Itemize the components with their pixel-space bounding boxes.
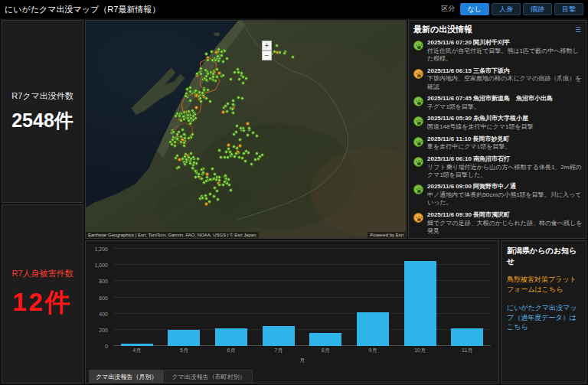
- bear-marker[interactable]: [283, 51, 286, 55]
- bear-marker[interactable]: [181, 128, 185, 132]
- bear-marker[interactable]: [240, 96, 244, 100]
- bear-marker[interactable]: [251, 131, 255, 135]
- bear-marker[interactable]: [184, 94, 188, 98]
- bear-marker[interactable]: [216, 197, 220, 201]
- bear-marker[interactable]: [217, 183, 221, 187]
- bear-marker[interactable]: [225, 109, 229, 113]
- bear-marker[interactable]: [278, 51, 282, 54]
- bear-marker[interactable]: [207, 200, 211, 204]
- filter-button-痕跡[interactable]: 痕跡: [523, 3, 552, 16]
- bear-marker[interactable]: [173, 144, 177, 148]
- bear-marker[interactable]: [206, 88, 210, 92]
- bear-marker[interactable]: [255, 134, 259, 138]
- bear-marker[interactable]: [178, 158, 181, 162]
- bear-marker[interactable]: [178, 114, 181, 118]
- tab-by-municipality[interactable]: クマ出没報告（市町村別）: [165, 370, 252, 383]
- bear-marker[interactable]: [175, 137, 179, 141]
- bear-marker[interactable]: [183, 136, 187, 140]
- bear-marker[interactable]: [229, 77, 233, 81]
- bear-marker[interactable]: [253, 158, 257, 162]
- bear-marker[interactable]: [201, 171, 205, 175]
- alert-item[interactable]: 2025/11/6 06:15 三条市下坂内下坂内地内、空家敷地の柿の木にクマの…: [413, 66, 583, 94]
- bear-marker[interactable]: [221, 110, 225, 114]
- bar-5月[interactable]: [168, 330, 200, 346]
- bear-marker[interactable]: [191, 132, 194, 136]
- bear-marker[interactable]: [194, 93, 198, 97]
- bear-marker[interactable]: [291, 55, 295, 59]
- alert-item[interactable]: 2025/11/6 07:45 魚沼市新道島 魚沼市小出島子グマ1頭を目撃。: [413, 93, 583, 113]
- bear-marker[interactable]: [205, 172, 209, 176]
- bear-marker[interactable]: [241, 81, 245, 85]
- bear-marker[interactable]: [231, 111, 235, 115]
- bear-marker[interactable]: [227, 143, 230, 147]
- bear-marker[interactable]: [219, 155, 223, 159]
- bear-marker[interactable]: [175, 132, 179, 136]
- bear-marker[interactable]: [177, 165, 181, 169]
- bear-marker[interactable]: [213, 186, 217, 190]
- bear-marker[interactable]: [233, 70, 237, 74]
- bear-marker[interactable]: [208, 100, 212, 103]
- bar-7月[interactable]: [263, 326, 295, 346]
- bear-marker[interactable]: [204, 52, 208, 56]
- bear-marker[interactable]: [231, 99, 235, 103]
- bear-marker[interactable]: [187, 136, 191, 140]
- bear-marker[interactable]: [198, 96, 202, 100]
- bear-marker[interactable]: [196, 157, 200, 161]
- bear-marker[interactable]: [204, 96, 208, 100]
- bear-marker[interactable]: [211, 167, 214, 171]
- alert-item[interactable]: 2025/11/6 09:30 長岡市濁沢町畑でクマの足跡、大根のかじられた跡、…: [413, 210, 583, 238]
- bear-marker[interactable]: [214, 51, 218, 54]
- filter-button-なし[interactable]: なし: [460, 3, 489, 16]
- filter-button-目撃[interactable]: 目撃: [554, 3, 583, 16]
- alert-item[interactable]: 2025/11/6 06:10 南魚沼市石打リフト乗り場付近から山の方へ移動する…: [413, 154, 583, 182]
- bear-marker[interactable]: [240, 156, 244, 160]
- bar-9月[interactable]: [357, 312, 389, 346]
- bear-marker[interactable]: [250, 162, 253, 166]
- zoom-out-button[interactable]: −: [262, 51, 272, 60]
- bear-marker[interactable]: [221, 73, 225, 77]
- bear-marker[interactable]: [246, 133, 250, 137]
- bear-marker[interactable]: [202, 88, 206, 92]
- bar-8月[interactable]: [309, 333, 341, 346]
- bear-marker[interactable]: [183, 162, 187, 166]
- filter-button-人身[interactable]: 人身: [492, 3, 521, 16]
- list-menu-icon[interactable]: ☰: [575, 26, 581, 34]
- tab-monthly[interactable]: クマ出没報告（月別）: [89, 370, 164, 383]
- bear-marker[interactable]: [232, 132, 236, 136]
- alert-item[interactable]: 2025/11/6 11:10 長岡市妙見町車を走行中にクマ1頭を目撃。: [413, 134, 583, 154]
- bear-marker[interactable]: [174, 114, 178, 118]
- bear-marker[interactable]: [182, 144, 186, 148]
- bear-marker[interactable]: [230, 107, 234, 111]
- bear-marker[interactable]: [244, 77, 248, 80]
- bear-marker[interactable]: [224, 150, 228, 154]
- bear-marker[interactable]: [182, 141, 186, 145]
- bear-marker[interactable]: [199, 72, 203, 76]
- bar-11月[interactable]: [451, 328, 483, 346]
- bear-marker[interactable]: [194, 106, 198, 109]
- notice-link-1[interactable]: 鳥獣被害対策プラットフォームはこちら: [507, 275, 580, 294]
- bear-marker[interactable]: [246, 122, 250, 126]
- zoom-in-button[interactable]: +: [262, 41, 272, 51]
- alert-item[interactable]: 2025/11/6 06:30 長岡市濁沢町防犯カメラでクマ1頭を確認。: [413, 237, 583, 238]
- bear-marker[interactable]: [243, 159, 247, 163]
- alert-item[interactable]: 2025/11/6 07:20 関川村千刈平付近住民が自宅付近で目撃。熊は1匹で…: [413, 38, 583, 66]
- bear-marker[interactable]: [188, 99, 192, 103]
- alert-item[interactable]: 2025/11/6 05:30 糸魚川市大字根小屋国道148号線を走行中にクマ1…: [413, 113, 583, 133]
- bear-marker[interactable]: [215, 75, 219, 79]
- notice-link-2[interactable]: にいがたクマ出没マップ（過年度データ）はこちら: [507, 303, 580, 332]
- bar-10月[interactable]: [404, 261, 436, 346]
- bear-marker[interactable]: [220, 54, 224, 57]
- bear-marker[interactable]: [217, 148, 221, 152]
- bear-marker[interactable]: [191, 166, 194, 170]
- bear-marker[interactable]: [240, 71, 243, 75]
- bear-marker[interactable]: [275, 44, 279, 47]
- bear-marker[interactable]: [258, 155, 262, 158]
- alert-item[interactable]: 2025/11/6 09:00 阿賀野市中ノ通中ノ通地内で体長約50cmの小熊1…: [413, 181, 583, 210]
- bear-marker[interactable]: [238, 138, 242, 142]
- bear-marker[interactable]: [237, 77, 241, 81]
- bar-6月[interactable]: [215, 328, 247, 346]
- bear-marker[interactable]: [194, 89, 198, 93]
- bear-marker[interactable]: [223, 49, 227, 53]
- bear-marker[interactable]: [229, 188, 233, 192]
- bear-marker[interactable]: [241, 75, 245, 79]
